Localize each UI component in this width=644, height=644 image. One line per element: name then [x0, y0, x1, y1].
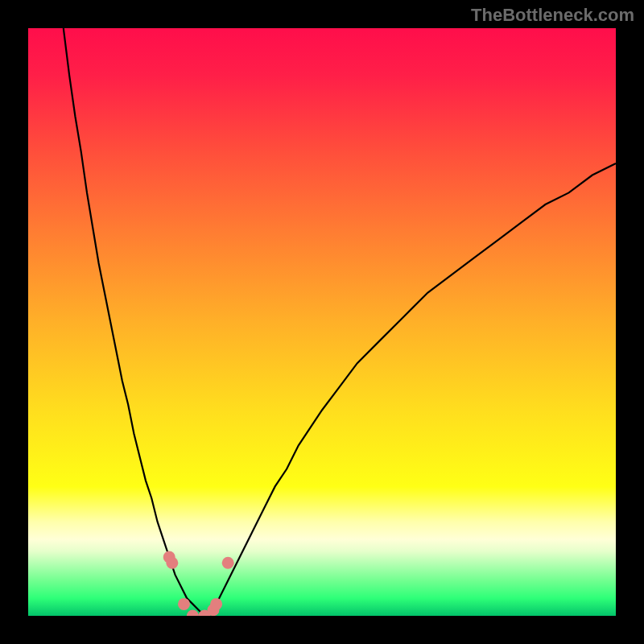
- marker-dot: [178, 598, 190, 610]
- marker-dot: [187, 610, 199, 617]
- highlighted-points: [163, 551, 234, 617]
- marker-layer: [28, 28, 616, 616]
- chart-frame: TheBottleneck.com: [0, 0, 644, 644]
- marker-dot: [166, 557, 178, 569]
- marker-dot: [222, 557, 234, 569]
- attribution-text: TheBottleneck.com: [471, 5, 634, 26]
- chart-plot-area: [28, 28, 616, 616]
- marker-dot: [210, 598, 222, 610]
